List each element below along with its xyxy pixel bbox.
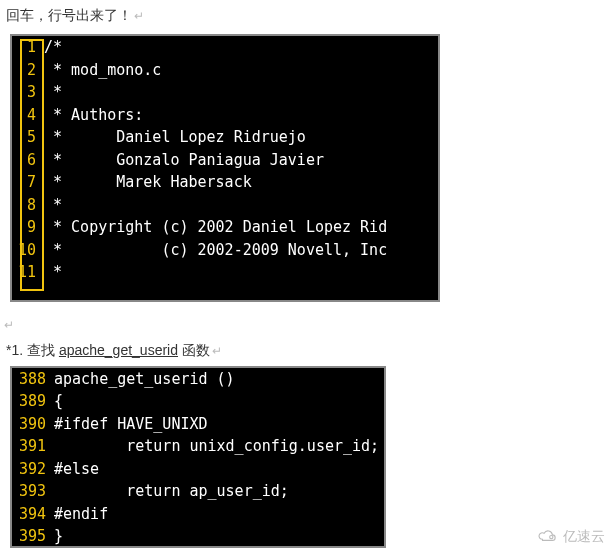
code-row: 2 * mod_mono.c (12, 59, 438, 82)
code-text: * Authors: (40, 104, 143, 127)
code-row: 5 * Daniel Lopez Ridruejo (12, 126, 438, 149)
code-text: * Copyright (c) 2002 Daniel Lopez Rid (40, 216, 387, 239)
line-number: 4 (12, 104, 40, 127)
code-text: #else (50, 458, 99, 481)
line-number: 8 (12, 194, 40, 217)
code-row: 392#else (12, 458, 384, 481)
code-row: 8 * (12, 194, 438, 217)
top-description: 回车，行号出来了！↵ (0, 0, 611, 30)
code-row: 4 * Authors: (12, 104, 438, 127)
code-text: * Gonzalo Paniagua Javier (40, 149, 324, 172)
line-number: 9 (12, 216, 40, 239)
line-number: 389 (12, 390, 50, 413)
line-number: 6 (12, 149, 40, 172)
function-name: apache_get_userid (59, 342, 178, 358)
line-number: 2 (12, 59, 40, 82)
line-number: 391 (12, 435, 50, 458)
code-text: * (40, 261, 62, 284)
code-text: /* (40, 36, 62, 59)
code-row: 391 return unixd_config.user_id; (12, 435, 384, 458)
code-row: 389{ (12, 390, 384, 413)
line-number: 5 (12, 126, 40, 149)
mid-suffix: 函数 (178, 342, 210, 358)
watermark-text: 亿速云 (563, 528, 605, 546)
return-arrow-icon: ↵ (212, 344, 222, 358)
code-block-1: 1/* 2 * mod_mono.c 3 * 4 * Authors: 5 * … (10, 34, 440, 302)
code-text: { (50, 390, 63, 413)
blank-line: ↵ (0, 309, 611, 339)
line-number: 395 (12, 525, 50, 548)
code-row: 3 * (12, 81, 438, 104)
top-text: 回车，行号出来了！ (6, 7, 132, 23)
code-row: 394#endif (12, 503, 384, 526)
code-text: apache_get_userid () (50, 368, 235, 391)
code-row: 393 return ap_user_id; (12, 480, 384, 503)
code-row: 11 * (12, 261, 438, 284)
code-text: return ap_user_id; (50, 480, 289, 503)
line-number: 1 (12, 36, 40, 59)
code-text: * mod_mono.c (40, 59, 161, 82)
line-number: 392 (12, 458, 50, 481)
code-text: * (40, 194, 62, 217)
code-block-2: 388apache_get_userid () 389{ 390#ifdef H… (10, 366, 386, 548)
line-number: 393 (12, 480, 50, 503)
line-number: 11 (12, 261, 40, 284)
code-text: #ifdef HAVE_UNIXD (50, 413, 208, 436)
code-text: return unixd_config.user_id; (50, 435, 379, 458)
line-number: 394 (12, 503, 50, 526)
code-row: 7 * Marek Habersack (12, 171, 438, 194)
code-row: 10 * (c) 2002-2009 Novell, Inc (12, 239, 438, 262)
watermark: 亿速云 (537, 528, 605, 546)
line-number: 10 (12, 239, 40, 262)
code-row: 388apache_get_userid () (12, 368, 384, 391)
code-row: 6 * Gonzalo Paniagua Javier (12, 149, 438, 172)
svg-point-0 (550, 535, 553, 538)
code-text: * Marek Habersack (40, 171, 252, 194)
mid-prefix: *1. 查找 (6, 342, 59, 358)
code-text: #endif (50, 503, 108, 526)
code-text: } (50, 525, 63, 548)
line-number: 3 (12, 81, 40, 104)
code-row: 395} (12, 525, 384, 548)
code-text: * (40, 81, 62, 104)
return-arrow-icon: ↵ (4, 318, 14, 332)
cloud-icon (537, 529, 559, 546)
code-row: 390#ifdef HAVE_UNIXD (12, 413, 384, 436)
code-text: * Daniel Lopez Ridruejo (40, 126, 306, 149)
line-number: 7 (12, 171, 40, 194)
line-number: 388 (12, 368, 50, 391)
code-row: 9 * Copyright (c) 2002 Daniel Lopez Rid (12, 216, 438, 239)
mid-description: *1. 查找 apache_get_userid 函数↵ (0, 340, 611, 362)
return-arrow-icon: ↵ (134, 9, 144, 23)
code-row: 1/* (12, 36, 438, 59)
line-number: 390 (12, 413, 50, 436)
code-text: * (c) 2002-2009 Novell, Inc (40, 239, 387, 262)
